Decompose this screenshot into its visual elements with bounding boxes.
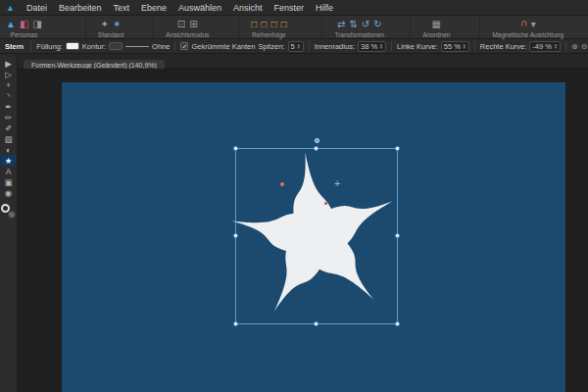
send-to-back-icon[interactable]: □ bbox=[280, 19, 286, 29]
toolbar-label-magnetische-ausrichtung: Magnetische Ausrichtung bbox=[492, 31, 564, 38]
toolbar-label-anordnen: Anordnen bbox=[422, 31, 450, 38]
left-curve-label: Linke Kurve: bbox=[397, 42, 438, 51]
separator bbox=[309, 41, 310, 51]
toolbar-group-magnetische-ausrichtung: ∪ ▾ Magnetische Ausrichtung bbox=[479, 18, 564, 38]
text-tool-button[interactable]: A bbox=[1, 166, 17, 176]
selection-handle-middle-right[interactable] bbox=[395, 233, 400, 238]
stroke-color-ring-icon[interactable] bbox=[1, 204, 10, 213]
main-toolbar: ▲ ◧ ◨ Personas ✦ ✶ Standard ⊡ ⊞ Ansichts… bbox=[0, 16, 588, 39]
selection-handle-bottom-left[interactable] bbox=[233, 321, 238, 326]
toolbar-label-standard: Standard bbox=[98, 31, 123, 38]
star-shape-tool-button[interactable]: ★ bbox=[1, 155, 17, 166]
pixel-view-icon[interactable]: ⊞ bbox=[189, 19, 197, 29]
point-transform-tool-button[interactable]: + bbox=[1, 79, 17, 90]
menu-ebene[interactable]: Ebene bbox=[135, 3, 172, 13]
designer-persona-icon[interactable]: ▲ bbox=[6, 19, 16, 29]
points-label: Spitzen: bbox=[258, 42, 284, 51]
spinner-arrows-icon[interactable]: ▲▼ bbox=[379, 43, 383, 50]
right-curve-label: Rechte Kurve: bbox=[480, 42, 527, 51]
menu-fenster[interactable]: Fenster bbox=[269, 3, 311, 13]
pixel-persona-icon[interactable]: ◧ bbox=[20, 19, 28, 29]
send-backward-icon[interactable]: □ bbox=[270, 19, 276, 29]
origin-point-marker bbox=[280, 182, 284, 186]
toolbar-group-personas: ▲ ◧ ◨ Personas bbox=[6, 18, 42, 38]
rotate-ccw-icon[interactable]: ↺ bbox=[362, 19, 369, 29]
color-selector[interactable] bbox=[1, 204, 16, 219]
selection-handle-top-middle[interactable] bbox=[314, 146, 318, 151]
pencil-tool-button[interactable]: ✏ bbox=[1, 112, 17, 122]
flip-vertical-icon[interactable]: ⇅ bbox=[349, 19, 357, 29]
menu-ansicht[interactable]: Ansicht bbox=[227, 3, 269, 13]
toolbar-group-standard: ✦ ✶ Standard bbox=[85, 18, 123, 38]
node-tool-button[interactable]: ▷ bbox=[1, 69, 17, 79]
separator bbox=[174, 41, 175, 51]
rotation-handle[interactable] bbox=[315, 138, 319, 143]
menu-bar: ▲ Datei Bearbeiten Text Ebene Auswählen … bbox=[0, 0, 588, 16]
magnet-icon[interactable]: ∪ bbox=[520, 19, 527, 29]
rotate-cw-icon[interactable]: ↻ bbox=[373, 19, 381, 29]
separator bbox=[30, 41, 31, 51]
toolbar-group-transformationen: ⇄ ⇅ ↺ ↻ Transformationen bbox=[321, 18, 384, 38]
separator bbox=[474, 41, 475, 51]
bring-to-front-icon[interactable]: □ bbox=[251, 19, 257, 29]
fill-color-swatch[interactable] bbox=[66, 42, 79, 50]
flip-horizontal-icon[interactable]: ⇄ bbox=[337, 19, 345, 29]
stroke-style-value[interactable]: Ohne bbox=[152, 42, 170, 51]
toolbar-group-ansichtsmodus: ⊡ ⊞ Ansichtsmodus bbox=[153, 18, 209, 38]
fill-label: Füllung: bbox=[36, 42, 63, 51]
vector-view-icon[interactable]: ⊡ bbox=[177, 19, 185, 29]
menu-hilfe[interactable]: Hilfe bbox=[310, 3, 339, 13]
toolbar-label-ansichtsmodus: Ansichtsmodus bbox=[166, 31, 209, 38]
inner-radius-field[interactable]: 38 % ▲▼ bbox=[358, 41, 386, 52]
toolbar-group-reihenfolge: □ □ □ □ Reihenfolge bbox=[238, 18, 286, 38]
vector-crop-tool-button[interactable]: ▣ bbox=[1, 176, 17, 187]
toolbar-label-personas: Personas bbox=[11, 31, 37, 38]
toolbar-label-transformationen: Transformationen bbox=[334, 31, 384, 38]
toolbar-group-anordnen: ▦ Anordnen bbox=[410, 18, 450, 38]
points-stepper[interactable]: 5 ▲▼ bbox=[288, 41, 304, 52]
active-tool-name: Stern bbox=[5, 42, 24, 51]
document-preset-icon[interactable]: ✦ bbox=[101, 19, 109, 29]
menu-auswaehlen[interactable]: Auswählen bbox=[172, 3, 227, 13]
selection-handle-bottom-middle[interactable] bbox=[314, 321, 318, 326]
subtract-geometry-icon[interactable]: ⊖ bbox=[581, 42, 588, 51]
export-persona-icon[interactable]: ◨ bbox=[32, 19, 41, 29]
right-curve-field[interactable]: -49 % ▲▼ bbox=[529, 41, 561, 52]
selection-handle-middle-left[interactable] bbox=[233, 233, 238, 238]
menu-bearbeiten[interactable]: Bearbeiten bbox=[53, 3, 108, 13]
cursor-crosshair-icon: + bbox=[334, 178, 340, 189]
app-logo-icon: ▲ bbox=[6, 3, 15, 13]
menu-datei[interactable]: Datei bbox=[21, 3, 53, 13]
stroke-style-preview[interactable] bbox=[125, 46, 149, 47]
inner-radius-value: 38 % bbox=[361, 42, 377, 51]
selection-handle-bottom-right[interactable] bbox=[395, 321, 400, 326]
add-geometry-icon[interactable]: ⊕ bbox=[571, 42, 578, 51]
selection-handle-top-right[interactable] bbox=[395, 146, 400, 151]
snapping-presets-icon[interactable]: ▾ bbox=[531, 19, 536, 29]
zoom-tool-button[interactable]: ◉ bbox=[1, 187, 17, 198]
tools-panel: ▶ ▷ + ◝ ✒ ✏ ✐ ▧ ◐ ★ A ▣ ◉ bbox=[0, 54, 18, 392]
spinner-arrows-icon[interactable]: ▲▼ bbox=[554, 43, 558, 50]
bring-forward-icon[interactable]: □ bbox=[261, 19, 267, 29]
fill-tool-button[interactable]: ▧ bbox=[1, 133, 17, 144]
selection-handle-top-left[interactable] bbox=[233, 146, 238, 151]
curved-edges-checkbox[interactable]: ✓ bbox=[180, 42, 188, 50]
menu-text[interactable]: Text bbox=[107, 3, 135, 13]
snapshot-icon[interactable]: ✶ bbox=[113, 19, 121, 29]
selection-box[interactable] bbox=[235, 148, 398, 324]
vector-brush-tool-button[interactable]: ✐ bbox=[1, 122, 17, 133]
corner-tool-button[interactable]: ◝ bbox=[1, 90, 17, 101]
left-curve-field[interactable]: 55 % ▲▼ bbox=[441, 41, 469, 52]
separator bbox=[391, 41, 392, 51]
transparency-tool-button[interactable]: ◐ bbox=[1, 144, 17, 155]
spinner-arrows-icon[interactable]: ▲▼ bbox=[297, 43, 301, 50]
fill-color-circle-icon[interactable] bbox=[8, 211, 16, 219]
separator bbox=[565, 41, 566, 51]
arrange-icon[interactable]: ▦ bbox=[432, 19, 441, 29]
stroke-color-swatch[interactable] bbox=[109, 42, 122, 50]
canvas-area[interactable]: + bbox=[18, 69, 588, 392]
pen-tool-button[interactable]: ✒ bbox=[1, 101, 17, 112]
move-tool-button[interactable]: ▶ bbox=[1, 58, 17, 69]
stroke-label: Kontur: bbox=[82, 42, 106, 51]
spinner-arrows-icon[interactable]: ▲▼ bbox=[463, 43, 466, 50]
